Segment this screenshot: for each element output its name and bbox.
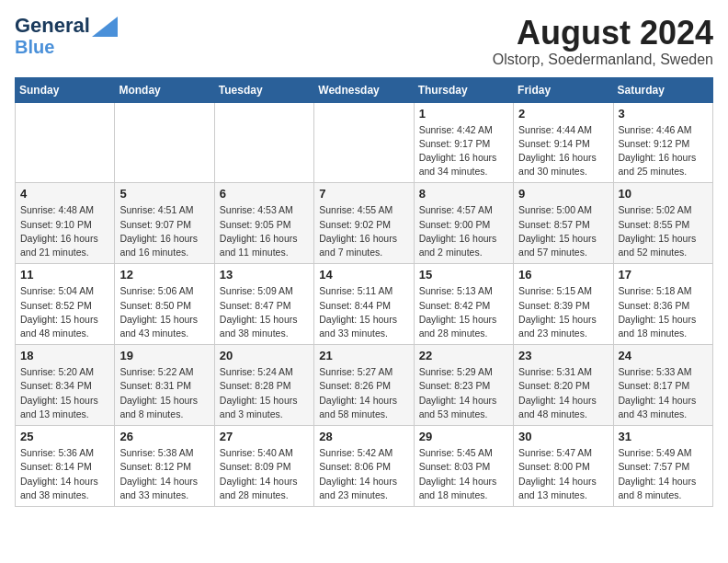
- day-info: Sunrise: 5:31 AM Sunset: 8:20 PM Dayligh…: [518, 365, 608, 421]
- calendar-cell: 6Sunrise: 4:53 AM Sunset: 9:05 PM Daylig…: [214, 183, 313, 264]
- calendar-cell: 31Sunrise: 5:49 AM Sunset: 7:57 PM Dayli…: [613, 426, 712, 507]
- day-info: Sunrise: 5:20 AM Sunset: 8:34 PM Dayligh…: [20, 365, 109, 421]
- day-info: Sunrise: 5:13 AM Sunset: 8:42 PM Dayligh…: [419, 284, 508, 340]
- calendar-week-row: 25Sunrise: 5:36 AM Sunset: 8:14 PM Dayli…: [16, 426, 713, 507]
- day-number: 1: [419, 107, 508, 121]
- calendar-cell: 24Sunrise: 5:33 AM Sunset: 8:17 PM Dayli…: [613, 345, 712, 426]
- day-info: Sunrise: 5:42 AM Sunset: 8:06 PM Dayligh…: [319, 446, 408, 502]
- weekday-header: Friday: [514, 77, 613, 102]
- day-info: Sunrise: 5:47 AM Sunset: 8:00 PM Dayligh…: [518, 446, 608, 502]
- title-area: August 2024 Olstorp, Soedermanland, Swed…: [493, 15, 713, 68]
- day-number: 10: [619, 187, 708, 201]
- day-number: 6: [220, 187, 309, 201]
- day-number: 11: [20, 268, 109, 282]
- day-info: Sunrise: 5:18 AM Sunset: 8:36 PM Dayligh…: [619, 284, 708, 340]
- calendar-cell: 7Sunrise: 4:55 AM Sunset: 9:02 PM Daylig…: [314, 183, 414, 264]
- calendar-cell: 20Sunrise: 5:24 AM Sunset: 8:28 PM Dayli…: [214, 345, 313, 426]
- day-number: 28: [319, 430, 408, 443]
- calendar-cell: 10Sunrise: 5:02 AM Sunset: 8:55 PM Dayli…: [613, 183, 712, 264]
- day-number: 8: [419, 187, 508, 201]
- weekday-header: Monday: [115, 77, 214, 102]
- header-row: SundayMondayTuesdayWednesdayThursdayFrid…: [16, 77, 713, 102]
- calendar-cell: 23Sunrise: 5:31 AM Sunset: 8:20 PM Dayli…: [514, 345, 613, 426]
- calendar-cell: 17Sunrise: 5:18 AM Sunset: 8:36 PM Dayli…: [613, 264, 712, 345]
- day-number: 9: [518, 187, 608, 201]
- calendar-table: SundayMondayTuesdayWednesdayThursdayFrid…: [15, 77, 713, 507]
- calendar-cell: 21Sunrise: 5:27 AM Sunset: 8:26 PM Dayli…: [314, 345, 414, 426]
- calendar-cell: 9Sunrise: 5:00 AM Sunset: 8:57 PM Daylig…: [514, 183, 613, 264]
- day-info: Sunrise: 5:49 AM Sunset: 7:57 PM Dayligh…: [619, 446, 708, 502]
- day-number: 5: [119, 187, 209, 201]
- day-number: 19: [119, 349, 209, 362]
- weekday-header: Wednesday: [314, 77, 414, 102]
- day-number: 30: [518, 430, 608, 443]
- calendar-cell: 15Sunrise: 5:13 AM Sunset: 8:42 PM Dayli…: [414, 264, 513, 345]
- day-info: Sunrise: 4:57 AM Sunset: 9:00 PM Dayligh…: [419, 203, 508, 259]
- calendar-cell: 26Sunrise: 5:38 AM Sunset: 8:12 PM Dayli…: [115, 426, 214, 507]
- calendar-cell: 12Sunrise: 5:06 AM Sunset: 8:50 PM Dayli…: [115, 264, 214, 345]
- day-number: 21: [319, 349, 408, 362]
- calendar-week-row: 1Sunrise: 4:42 AM Sunset: 9:17 PM Daylig…: [16, 102, 713, 183]
- day-number: 16: [518, 268, 608, 282]
- logo-line2: Blue: [15, 37, 118, 57]
- calendar-cell: 25Sunrise: 5:36 AM Sunset: 8:14 PM Dayli…: [16, 426, 115, 507]
- month-title: August 2024: [493, 15, 713, 52]
- calendar-cell: [115, 102, 214, 183]
- day-number: 27: [220, 430, 309, 443]
- weekday-header: Saturday: [613, 77, 712, 102]
- day-info: Sunrise: 4:48 AM Sunset: 9:10 PM Dayligh…: [20, 203, 109, 259]
- day-info: Sunrise: 5:00 AM Sunset: 8:57 PM Dayligh…: [518, 203, 608, 259]
- weekday-header: Thursday: [414, 77, 513, 102]
- logo-icon: [92, 17, 118, 37]
- calendar-cell: [214, 102, 313, 183]
- day-info: Sunrise: 5:36 AM Sunset: 8:14 PM Dayligh…: [20, 446, 109, 502]
- calendar-cell: 16Sunrise: 5:15 AM Sunset: 8:39 PM Dayli…: [514, 264, 613, 345]
- day-number: 4: [20, 187, 109, 201]
- day-info: Sunrise: 5:06 AM Sunset: 8:50 PM Dayligh…: [119, 284, 209, 340]
- calendar-cell: 13Sunrise: 5:09 AM Sunset: 8:47 PM Dayli…: [214, 264, 313, 345]
- day-number: 3: [619, 107, 708, 121]
- day-info: Sunrise: 5:24 AM Sunset: 8:28 PM Dayligh…: [220, 365, 309, 421]
- day-number: 12: [119, 268, 209, 282]
- day-info: Sunrise: 4:44 AM Sunset: 9:14 PM Dayligh…: [518, 123, 608, 179]
- calendar-week-row: 4Sunrise: 4:48 AM Sunset: 9:10 PM Daylig…: [16, 183, 713, 264]
- calendar-body: 1Sunrise: 4:42 AM Sunset: 9:17 PM Daylig…: [16, 102, 713, 506]
- day-info: Sunrise: 4:51 AM Sunset: 9:07 PM Dayligh…: [119, 203, 209, 259]
- calendar-cell: 11Sunrise: 5:04 AM Sunset: 8:52 PM Dayli…: [16, 264, 115, 345]
- day-info: Sunrise: 4:46 AM Sunset: 9:12 PM Dayligh…: [619, 123, 708, 179]
- day-info: Sunrise: 5:09 AM Sunset: 8:47 PM Dayligh…: [220, 284, 309, 340]
- logo-line1: General: [15, 15, 90, 37]
- day-number: 20: [220, 349, 309, 362]
- day-info: Sunrise: 5:38 AM Sunset: 8:12 PM Dayligh…: [119, 446, 209, 502]
- day-info: Sunrise: 5:04 AM Sunset: 8:52 PM Dayligh…: [20, 284, 109, 340]
- calendar-cell: 1Sunrise: 4:42 AM Sunset: 9:17 PM Daylig…: [414, 102, 513, 183]
- calendar-cell: 18Sunrise: 5:20 AM Sunset: 8:34 PM Dayli…: [16, 345, 115, 426]
- day-number: 23: [518, 349, 608, 362]
- day-number: 7: [319, 187, 408, 201]
- day-number: 17: [619, 268, 708, 282]
- page-header: General Blue August 2024 Olstorp, Soeder…: [15, 15, 713, 68]
- day-number: 15: [419, 268, 508, 282]
- calendar-cell: 8Sunrise: 4:57 AM Sunset: 9:00 PM Daylig…: [414, 183, 513, 264]
- day-number: 25: [20, 430, 109, 443]
- calendar-cell: 3Sunrise: 4:46 AM Sunset: 9:12 PM Daylig…: [613, 102, 712, 183]
- svg-marker-0: [92, 17, 118, 37]
- calendar-cell: 29Sunrise: 5:45 AM Sunset: 8:03 PM Dayli…: [414, 426, 513, 507]
- calendar-week-row: 11Sunrise: 5:04 AM Sunset: 8:52 PM Dayli…: [16, 264, 713, 345]
- day-info: Sunrise: 5:15 AM Sunset: 8:39 PM Dayligh…: [518, 284, 608, 340]
- day-number: 18: [20, 349, 109, 362]
- calendar-cell: [16, 102, 115, 183]
- day-number: 26: [119, 430, 209, 443]
- calendar-cell: 27Sunrise: 5:40 AM Sunset: 8:09 PM Dayli…: [214, 426, 313, 507]
- calendar-header: SundayMondayTuesdayWednesdayThursdayFrid…: [16, 77, 713, 102]
- calendar-cell: 19Sunrise: 5:22 AM Sunset: 8:31 PM Dayli…: [115, 345, 214, 426]
- day-number: 22: [419, 349, 508, 362]
- day-info: Sunrise: 5:40 AM Sunset: 8:09 PM Dayligh…: [220, 446, 309, 502]
- logo: General Blue: [15, 15, 118, 57]
- day-info: Sunrise: 5:33 AM Sunset: 8:17 PM Dayligh…: [619, 365, 708, 421]
- calendar-cell: 28Sunrise: 5:42 AM Sunset: 8:06 PM Dayli…: [314, 426, 414, 507]
- day-number: 14: [319, 268, 408, 282]
- day-info: Sunrise: 5:27 AM Sunset: 8:26 PM Dayligh…: [319, 365, 408, 421]
- day-info: Sunrise: 5:45 AM Sunset: 8:03 PM Dayligh…: [419, 446, 508, 502]
- location-title: Olstorp, Soedermanland, Sweden: [493, 52, 713, 68]
